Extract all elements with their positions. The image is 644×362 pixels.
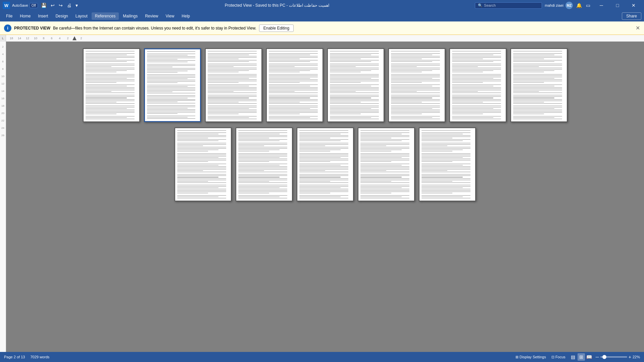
page-thumbnail[interactable]	[297, 127, 354, 201]
ruler-num: 4	[56, 37, 64, 40]
menu-help[interactable]: Help	[178, 12, 193, 20]
page-row-1	[83, 48, 567, 122]
ruler-num: 10	[32, 37, 40, 40]
zoom-in-button[interactable]: +	[629, 354, 631, 360]
page-thumbnail[interactable]	[449, 48, 506, 122]
ruler-num: 14	[15, 37, 23, 40]
page-indicator: Page 2 of 13	[4, 355, 25, 359]
maximize-button[interactable]: □	[610, 0, 625, 11]
page-thumbnail[interactable]	[510, 48, 567, 122]
menu-review[interactable]: Review	[142, 12, 161, 20]
zoom-thumb[interactable]	[602, 355, 606, 359]
svg-marker-0	[72, 36, 77, 40]
user-area: mahdi ziaei MZ	[545, 2, 573, 9]
display-settings-label: Display Settings	[519, 355, 546, 359]
ruler-num: 8	[40, 37, 48, 40]
page-thumbnail[interactable]	[388, 48, 445, 122]
page-thumbnail[interactable]	[175, 127, 232, 201]
title-bar-left: W AutoSave Off 💾 ↩ ↪ 🖨 ▾	[3, 2, 79, 9]
left-ruler: 2 4 6 8 10 12 14 16 18 20 22 24 26	[0, 42, 6, 352]
left-ruler-num: 18	[0, 102, 6, 109]
page-thumbnail[interactable]	[236, 127, 293, 201]
ruler-corner: L	[0, 35, 6, 42]
window-controls: ─ □ ✕	[594, 0, 641, 11]
ruler-num: 2	[77, 37, 85, 40]
menu-file[interactable]: File	[3, 12, 16, 20]
display-settings-icon: ⊞	[515, 355, 518, 359]
left-ruler-num: 26	[0, 132, 6, 139]
left-ruler-num: 24	[0, 124, 6, 132]
left-ruler-num: 12	[0, 80, 6, 87]
page-thumbnail[interactable]	[327, 48, 384, 122]
ruler-num: 12	[23, 37, 32, 40]
read-mode-view-button[interactable]: 📖	[586, 353, 593, 361]
menu-home[interactable]: Home	[16, 12, 34, 20]
customize-icon[interactable]: ▾	[75, 2, 79, 9]
title-bar-center: اهمیت حفاظت اطلاعات - Protected View - S…	[225, 3, 329, 8]
user-avatar[interactable]: MZ	[565, 2, 573, 9]
menu-design[interactable]: Design	[52, 12, 71, 20]
autosave-toggle[interactable]: Off	[30, 3, 38, 8]
ribbon-display-icon[interactable]: ▭	[585, 2, 591, 9]
left-ruler-num: 22	[0, 117, 6, 124]
page-thumbnail[interactable]	[83, 48, 140, 122]
menu-mailings[interactable]: Mailings	[119, 12, 141, 20]
menu-insert[interactable]: Insert	[35, 12, 51, 20]
protected-icon-letter: i	[7, 25, 8, 31]
left-ruler-num: 8	[0, 65, 6, 72]
menu-layout[interactable]: Layout	[72, 12, 91, 20]
minimize-button[interactable]: ─	[594, 0, 609, 11]
left-ruler-num: 4	[0, 50, 6, 58]
autosave-area: AutoSave Off	[12, 3, 38, 8]
protected-close-button[interactable]: ✕	[636, 25, 640, 31]
word-count: 7029 words	[30, 355, 49, 359]
web-layout-view-button[interactable]: ⊞	[578, 353, 585, 361]
search-placeholder: Search	[484, 3, 496, 7]
save-icon[interactable]: 💾	[40, 2, 48, 9]
left-ruler-num: 16	[0, 95, 6, 102]
notifications-icon[interactable]: 🔔	[576, 2, 583, 9]
focus-button[interactable]: ⊡ Focus	[550, 354, 567, 360]
page-thumbnail[interactable]	[358, 127, 415, 201]
left-ruler-num: 10	[0, 72, 6, 80]
menu-bar: File Home Insert Design Layout Reference…	[0, 11, 644, 21]
enable-editing-button[interactable]: Enable Editing	[259, 24, 294, 32]
zoom-slider[interactable]	[600, 356, 627, 358]
autosave-label: AutoSave	[12, 3, 28, 7]
menu-view[interactable]: View	[162, 12, 178, 20]
zoom-percent: 22%	[633, 355, 640, 359]
undo-icon[interactable]: ↩	[50, 2, 56, 9]
close-button[interactable]: ✕	[626, 0, 641, 11]
redo-icon[interactable]: ↪	[58, 2, 64, 9]
title-bar-right: 🔍 Search mahdi ziaei MZ 🔔 ▭ ─ □ ✕	[475, 0, 641, 11]
page-thumbnail[interactable]	[144, 48, 201, 122]
print-icon[interactable]: 🖨	[66, 2, 72, 9]
word-icon: W	[3, 2, 10, 9]
status-right: ⊞ Display Settings ⊡ Focus ▤ ⊞ 📖 ─ + 22%	[514, 353, 640, 361]
focus-label: Focus	[555, 355, 565, 359]
share-button[interactable]: Share	[622, 12, 641, 20]
user-name: mahdi ziaei	[545, 3, 563, 7]
left-ruler-num: 14	[0, 87, 6, 95]
search-box[interactable]: 🔍 Search	[475, 2, 542, 9]
print-layout-view-button[interactable]: ▤	[569, 353, 577, 361]
protected-message: Be careful—files from the Internet can c…	[53, 26, 256, 31]
title-bar: W AutoSave Off 💾 ↩ ↪ 🖨 ▾ اهمیت حفاظت اطل…	[0, 0, 644, 11]
horizontal-ruler: L 18 14 12 10 8 6 4 2 2	[0, 35, 644, 42]
document-area[interactable]	[6, 42, 644, 352]
protected-icon: i	[4, 24, 11, 32]
left-ruler-num: 2	[0, 43, 6, 50]
left-ruler-num: 20	[0, 109, 6, 117]
status-left: Page 2 of 13 7029 words	[4, 355, 509, 359]
ruler-num: 2	[64, 37, 72, 40]
view-buttons: ▤ ⊞ 📖	[569, 353, 593, 361]
menu-references[interactable]: References	[92, 12, 119, 20]
page-thumbnail[interactable]	[266, 48, 323, 122]
zoom-area: ─ + 22%	[596, 354, 640, 360]
zoom-out-button[interactable]: ─	[596, 354, 599, 360]
ruler-marker	[72, 36, 77, 41]
page-thumbnail[interactable]	[205, 48, 262, 122]
page-thumbnail[interactable]	[419, 127, 476, 201]
ruler-numbers: 18 14 12 10 8 6 4 2 2	[6, 36, 85, 41]
display-settings-button[interactable]: ⊞ Display Settings	[514, 354, 547, 360]
